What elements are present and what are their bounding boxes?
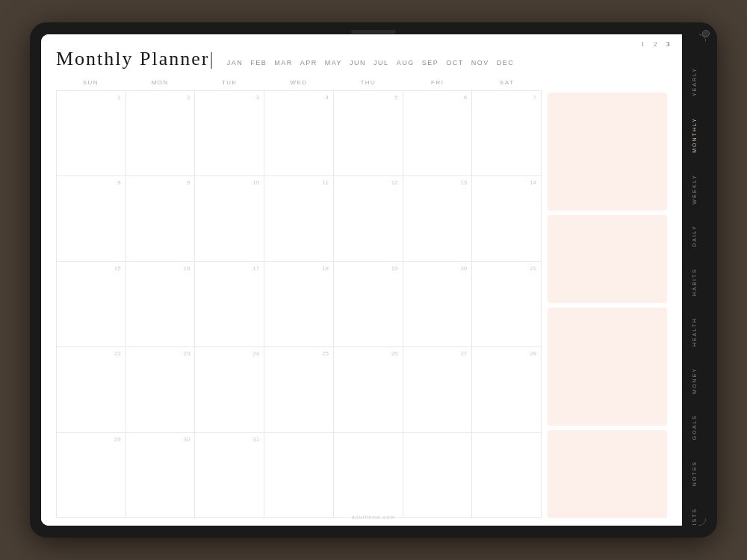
cal-cell-4-2[interactable]: 23	[126, 347, 196, 432]
page-num-1: 1	[641, 40, 645, 48]
month-apr[interactable]: APR	[300, 59, 317, 66]
side-panels	[548, 76, 667, 518]
cal-cell-3-4[interactable]: 18	[264, 262, 334, 346]
cal-cell-1-1[interactable]: 1	[57, 91, 126, 175]
page-num-3: 3	[666, 40, 670, 48]
cal-cell-2-2[interactable]: 9	[126, 176, 196, 261]
cal-cell-4-1[interactable]: 22	[57, 347, 126, 432]
cal-cell-3-3[interactable]: 17	[195, 262, 264, 346]
cal-cell-5-3[interactable]: 31	[195, 433, 264, 517]
cal-cell-5-6[interactable]	[403, 433, 473, 517]
day-header-fri: FRI	[403, 76, 472, 89]
sidebar-item-monthly[interactable]: MONTHLY	[692, 107, 697, 164]
day-headers: SUN MON TUE WED THU FRI SAT	[56, 76, 542, 89]
cal-cell-1-4[interactable]: 4	[264, 91, 334, 175]
cal-cell-4-6[interactable]: 27	[403, 347, 473, 432]
month-jul[interactable]: JUL	[374, 59, 389, 66]
month-jun[interactable]: JUN	[350, 59, 366, 66]
cal-cell-5-4[interactable]	[264, 433, 334, 517]
main-content: Monthly Planner| JAN FEB MAR APR MAY JUN…	[41, 34, 682, 526]
cal-cell-5-7[interactable]	[472, 433, 542, 517]
month-mar[interactable]: MAR	[274, 59, 293, 66]
day-header-thu: THU	[333, 76, 403, 89]
sidebar-item-lists[interactable]: LISTS	[692, 497, 697, 526]
side-panel-2	[548, 215, 667, 303]
cal-cell-3-2[interactable]: 16	[126, 262, 196, 346]
screen: 1 2 3 Monthly Planner| JAN FEB MAR APR M…	[41, 34, 706, 526]
month-feb[interactable]: FEB	[250, 59, 267, 66]
cal-row-4: 22 23 24 25 26 27 28	[57, 347, 542, 432]
cal-cell-5-1[interactable]: 29	[57, 433, 126, 517]
month-dec[interactable]: DEC	[497, 59, 515, 66]
cal-cell-5-2[interactable]: 30	[126, 433, 196, 517]
sidebar-item-daily[interactable]: DAILY	[692, 214, 697, 258]
day-header-sun: SUN	[56, 76, 125, 89]
calendar-area: SUN MON TUE WED THU FRI SAT 1 2	[41, 76, 682, 526]
sidebar-item-notes[interactable]: NOTES	[692, 450, 697, 497]
cal-cell-3-7[interactable]: 21	[472, 262, 542, 346]
page-num-2: 2	[654, 40, 657, 48]
watermark: anutheme.com	[352, 514, 395, 520]
cal-cell-4-3[interactable]: 24	[195, 347, 264, 432]
day-header-mon: MON	[125, 76, 195, 89]
month-jan[interactable]: JAN	[227, 59, 244, 66]
day-header-sat: SAT	[472, 76, 542, 89]
month-may[interactable]: MAY	[325, 59, 342, 66]
cal-row-5: 29 30 31	[57, 433, 542, 518]
cal-cell-2-3[interactable]: 10	[195, 176, 264, 261]
title-text: Monthly Planner	[56, 48, 210, 69]
calendar-grid: SUN MON TUE WED THU FRI SAT 1 2	[56, 76, 542, 518]
day-header-tue: TUE	[195, 76, 264, 89]
cal-cell-2-1[interactable]: 8	[57, 176, 126, 261]
cal-cell-4-5[interactable]: 26	[334, 347, 403, 432]
month-oct[interactable]: OCT	[446, 59, 464, 66]
day-header-wed: WED	[264, 76, 334, 89]
side-panel-3	[548, 308, 667, 426]
cal-cell-5-5[interactable]	[334, 433, 403, 517]
side-panel-4	[548, 430, 667, 518]
cal-cell-4-4[interactable]: 25	[264, 347, 334, 432]
sidebar-item-goals[interactable]: GOALS	[692, 404, 697, 450]
month-sep[interactable]: SEP	[422, 59, 439, 66]
cal-cell-2-6[interactable]: 13	[403, 176, 473, 261]
cal-cell-1-3[interactable]: 3	[195, 91, 264, 175]
cal-cell-2-7[interactable]: 14	[472, 176, 542, 261]
cal-cell-1-7[interactable]: 7	[472, 91, 542, 175]
cal-row-1: 1 2 3 4 5 6 7	[57, 91, 542, 176]
page-indicators: 1 2 3	[641, 40, 670, 48]
cal-cell-3-5[interactable]: 19	[334, 262, 403, 346]
month-aug[interactable]: AUG	[397, 59, 415, 66]
month-nov[interactable]: NOV	[471, 59, 489, 66]
calendar-rows: 1 2 3 4 5 6 7 8 9 10	[56, 90, 542, 518]
cal-cell-4-7[interactable]: 28	[472, 347, 542, 432]
cal-cell-3-1[interactable]: 15	[57, 262, 126, 346]
cal-cell-2-4[interactable]: 11	[264, 176, 334, 261]
month-nav: JAN FEB MAR APR MAY JUN JUL AUG SEP OCT …	[227, 59, 514, 66]
right-sidebar: YEARLY MONTHLY WEEKLY DAILY HABITS HEALT…	[682, 34, 706, 526]
sidebar-item-money[interactable]: MONEY	[692, 357, 697, 405]
sidebar-item-habits[interactable]: HABITS	[692, 258, 697, 306]
cal-row-3: 15 16 17 18 19 20 21	[57, 262, 542, 347]
device: 1 2 3 Monthly Planner| JAN FEB MAR APR M…	[30, 22, 717, 538]
header: Monthly Planner| JAN FEB MAR APR MAY JUN…	[41, 34, 682, 76]
sidebar-item-health[interactable]: HEALTH	[692, 307, 697, 357]
cal-row-2: 8 9 10 11 12 13 14	[57, 176, 542, 261]
cal-cell-2-5[interactable]: 12	[334, 176, 403, 261]
sidebar-item-weekly[interactable]: WEEKLY	[692, 164, 697, 215]
cal-cell-1-5[interactable]: 5	[334, 91, 403, 175]
cal-cell-1-6[interactable]: 6	[403, 91, 473, 175]
side-panel-1	[548, 93, 667, 211]
cal-cell-1-2[interactable]: 2	[126, 91, 196, 175]
page-title: Monthly Planner|	[56, 48, 215, 70]
sidebar-item-yearly[interactable]: YEARLY	[692, 57, 697, 107]
cal-cell-3-6[interactable]: 20	[403, 262, 473, 346]
title-cursor: |	[210, 48, 215, 69]
